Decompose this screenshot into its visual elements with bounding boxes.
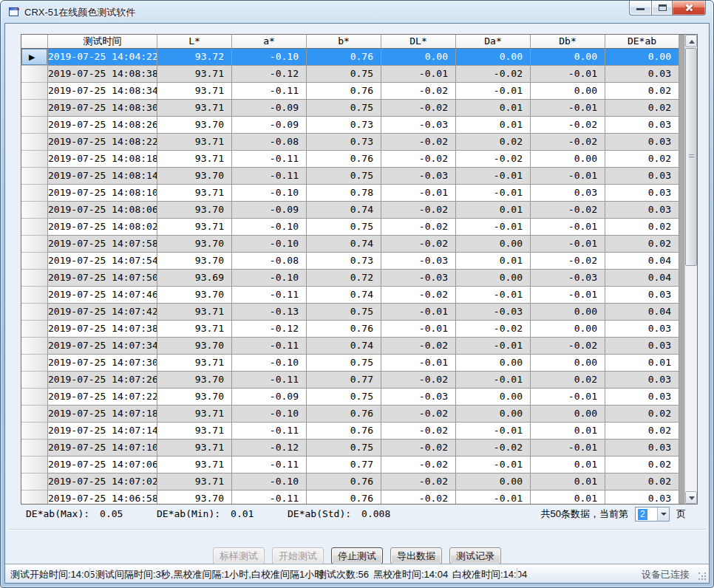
grid-cell[interactable]: -0.02 (381, 287, 456, 304)
row-header[interactable] (21, 338, 48, 355)
row-header[interactable] (21, 66, 48, 83)
grid-cell[interactable]: 2019-07-25 14:07:38 (48, 321, 157, 338)
grid-cell[interactable]: -0.02 (456, 440, 531, 457)
grid-cell[interactable]: 2019-07-25 14:07:22 (48, 389, 157, 406)
grid-cell[interactable]: -0.01 (531, 168, 605, 185)
resize-grip-icon[interactable] (698, 572, 707, 581)
row-header[interactable] (21, 457, 48, 474)
grid-cell[interactable]: 93.71 (157, 134, 232, 151)
grid-cell[interactable]: 0.73 (307, 253, 381, 270)
grid-cell[interactable]: -0.01 (531, 236, 605, 253)
grid-cell[interactable]: -0.02 (531, 338, 605, 355)
grid-cell[interactable]: 93.71 (157, 406, 232, 423)
row-header[interactable] (21, 219, 48, 236)
grid-cell[interactable]: -0.09 (232, 117, 307, 134)
grid-cell[interactable]: -0.10 (232, 406, 307, 423)
scroll-down-button[interactable] (685, 491, 697, 504)
grid-cell[interactable]: -0.02 (456, 321, 531, 338)
grid-cell[interactable]: 93.70 (157, 490, 232, 504)
grid-cell[interactable]: -0.11 (232, 372, 307, 389)
grid-cell[interactable]: -0.02 (381, 100, 456, 117)
grid-row[interactable]: 2019-07-25 14:07:0693.71-0.110.77-0.02-0… (21, 457, 679, 474)
scroll-up-button[interactable] (685, 35, 697, 47)
grid-cell[interactable]: 0.75 (307, 355, 381, 372)
grid-cell[interactable]: -0.10 (232, 270, 307, 287)
grid-cell[interactable]: 93.71 (157, 304, 232, 321)
row-header[interactable] (21, 287, 48, 304)
grid-cell[interactable]: 0.03 (605, 321, 679, 338)
grid-cell[interactable]: 0.03 (605, 389, 679, 406)
grid-cell[interactable]: 0.00 (456, 474, 531, 490)
grid-cell[interactable]: -0.03 (381, 117, 456, 134)
grid-cell[interactable]: -0.02 (381, 440, 456, 457)
grid-cell[interactable]: 2019-07-25 14:07:06 (48, 457, 157, 474)
grid-cell[interactable]: 93.71 (157, 185, 232, 202)
row-header[interactable] (21, 100, 48, 117)
row-header[interactable] (21, 83, 48, 100)
grid-cell[interactable]: 93.72 (157, 49, 232, 66)
grid-cell[interactable]: 2019-07-25 14:08:38 (48, 66, 157, 83)
grid-cell[interactable]: 0.01 (456, 117, 531, 134)
grid-cell[interactable]: 2019-07-25 14:08:02 (48, 219, 157, 236)
grid-cell[interactable]: 0.02 (605, 457, 679, 474)
grid-cell[interactable]: 93.71 (157, 219, 232, 236)
grid-cell[interactable]: 2019-07-25 14:08:26 (48, 117, 157, 134)
export-data-button[interactable]: 导出数据 (390, 547, 442, 564)
grid-cell[interactable]: 0.00 (605, 49, 679, 66)
grid-cell[interactable]: -0.11 (232, 338, 307, 355)
page-select[interactable]: 2 (635, 507, 670, 522)
grid-row[interactable]: 2019-07-25 14:07:2293.70-0.090.75-0.030.… (21, 389, 679, 406)
row-header[interactable] (21, 389, 48, 406)
grid-row[interactable]: 2019-07-25 14:07:3093.71-0.100.75-0.010.… (21, 355, 679, 372)
grid-cell[interactable]: 2019-07-25 14:08:34 (48, 83, 157, 100)
grid-cell[interactable]: 0.03 (605, 66, 679, 83)
grid-cell[interactable]: 0.75 (307, 389, 381, 406)
column-header[interactable]: Da* (456, 35, 531, 49)
grid-row[interactable]: 2019-07-25 14:07:3893.71-0.120.76-0.01-0… (21, 321, 679, 338)
grid-cell[interactable]: 0.75 (307, 100, 381, 117)
grid-cell[interactable]: -0.10 (232, 474, 307, 490)
row-header[interactable] (21, 253, 48, 270)
grid-row[interactable]: 2019-07-25 14:07:1493.71-0.110.76-0.02-0… (21, 423, 679, 440)
grid-cell[interactable]: -0.09 (232, 389, 307, 406)
row-header[interactable]: ▶ (21, 49, 48, 66)
grid-row[interactable]: 2019-07-25 14:08:1093.71-0.100.78-0.01-0… (21, 185, 679, 202)
grid-cell[interactable]: 0.02 (531, 372, 605, 389)
grid-cell[interactable]: -0.11 (232, 457, 307, 474)
grid-cell[interactable]: -0.01 (456, 83, 531, 100)
grid-cell[interactable]: 2019-07-25 14:08:10 (48, 185, 157, 202)
grid-row[interactable]: 2019-07-25 14:07:5493.70-0.080.73-0.030.… (21, 253, 679, 270)
grid-cell[interactable]: -0.01 (531, 440, 605, 457)
grid-cell[interactable]: 2019-07-25 14:07:02 (48, 474, 157, 490)
grid-cell[interactable]: -0.02 (381, 474, 456, 490)
grid-cell[interactable]: 0.76 (307, 49, 381, 66)
grid-row[interactable]: 2019-07-25 14:08:0293.71-0.100.75-0.02-0… (21, 219, 679, 236)
grid-cell[interactable]: 93.71 (157, 474, 232, 490)
maximize-button[interactable] (651, 1, 673, 16)
grid-cell[interactable]: 0.76 (307, 474, 381, 490)
grid-cell[interactable]: -0.02 (381, 83, 456, 100)
row-header[interactable] (21, 134, 48, 151)
grid-cell[interactable]: -0.02 (531, 202, 605, 219)
grid-cell[interactable]: 0.74 (307, 202, 381, 219)
grid-cell[interactable]: 2019-07-25 14:07:10 (48, 440, 157, 457)
column-header[interactable]: Db* (531, 35, 605, 49)
page-select-dropdown-button[interactable] (657, 507, 669, 521)
grid-cell[interactable]: 2019-07-25 14:07:46 (48, 287, 157, 304)
grid-cell[interactable]: 2019-07-25 14:08:22 (48, 134, 157, 151)
grid-cell[interactable]: 93.70 (157, 338, 232, 355)
grid-row[interactable]: 2019-07-25 14:07:5093.69-0.100.72-0.030.… (21, 270, 679, 287)
row-header[interactable] (21, 304, 48, 321)
grid-cell[interactable]: -0.12 (232, 321, 307, 338)
row-header[interactable] (21, 474, 48, 490)
grid-cell[interactable]: 0.76 (307, 490, 381, 504)
grid-cell[interactable]: 93.71 (157, 423, 232, 440)
grid-cell[interactable]: -0.01 (531, 66, 605, 83)
grid-cell[interactable]: 2019-07-25 14:08:14 (48, 168, 157, 185)
grid-cell[interactable]: 93.70 (157, 236, 232, 253)
grid-row[interactable]: 2019-07-25 14:07:3493.70-0.110.74-0.02-0… (21, 338, 679, 355)
row-header[interactable] (21, 185, 48, 202)
row-header[interactable] (21, 440, 48, 457)
grid-row[interactable]: 2019-07-25 14:08:1893.71-0.110.76-0.02-0… (21, 151, 679, 168)
grid-row[interactable]: 2019-07-25 14:07:4693.70-0.110.74-0.02-0… (21, 287, 679, 304)
